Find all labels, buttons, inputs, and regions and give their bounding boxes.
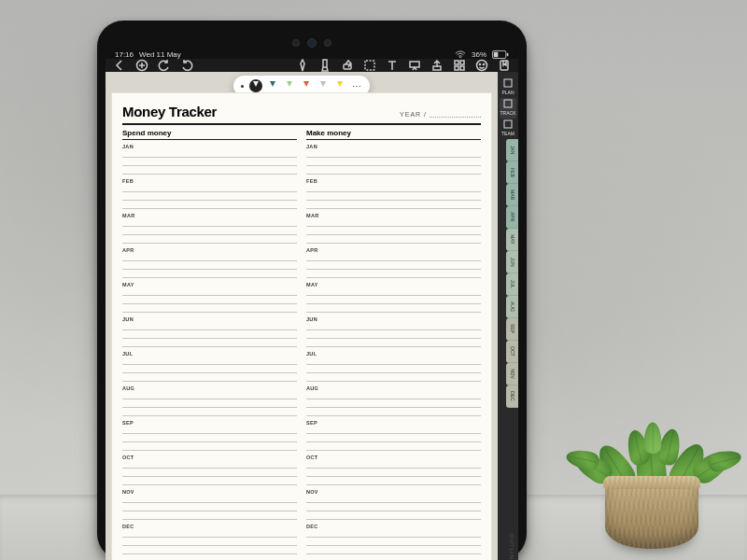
rail-track-button[interactable]: TRACK bbox=[500, 98, 516, 119]
side-tab-apr[interactable]: APR bbox=[506, 206, 518, 229]
ruled-lines[interactable] bbox=[122, 357, 297, 382]
side-tab-jun[interactable]: JUN bbox=[506, 251, 518, 273]
wifi-icon bbox=[455, 50, 466, 59]
pen-color-3[interactable] bbox=[300, 79, 313, 92]
ruled-lines[interactable] bbox=[306, 460, 481, 485]
ios-status-bar: 17:16 Wed 11 May 36% bbox=[106, 50, 518, 59]
ruled-lines[interactable] bbox=[122, 184, 297, 209]
page-canvas-area[interactable]: ⋯ Money Tracker YEAR / Spend moneyJANFEB… bbox=[106, 72, 498, 560]
ruled-lines[interactable] bbox=[306, 287, 481, 313]
presentation-button[interactable] bbox=[408, 59, 421, 72]
month-label: SEP bbox=[306, 416, 481, 426]
month-block-sep[interactable]: SEP bbox=[306, 416, 481, 451]
month-block-jun[interactable]: JUN bbox=[306, 313, 481, 347]
status-time: 17:16 bbox=[115, 50, 134, 59]
pen-color-1[interactable] bbox=[266, 79, 279, 92]
month-block-apr[interactable]: APR bbox=[306, 244, 481, 278]
month-block-oct[interactable]: OCT bbox=[306, 451, 481, 485]
pen-color-4[interactable] bbox=[317, 79, 330, 92]
month-block-jul[interactable]: JUL bbox=[306, 347, 481, 382]
eraser-tool-button[interactable] bbox=[341, 59, 354, 72]
month-block-feb[interactable]: FEB bbox=[122, 175, 297, 209]
month-block-oct[interactable]: OCT bbox=[122, 451, 297, 485]
ruled-lines[interactable] bbox=[306, 322, 481, 347]
rail-team-button[interactable]: TEAM bbox=[500, 119, 516, 139]
month-block-may[interactable]: MAY bbox=[122, 278, 297, 313]
highlighter-tool-button[interactable] bbox=[318, 59, 331, 72]
ruled-lines[interactable] bbox=[306, 357, 481, 382]
month-block-jun[interactable]: JUN bbox=[122, 313, 297, 347]
ruled-lines[interactable] bbox=[306, 391, 481, 416]
brand-label: OUTLINE bbox=[509, 534, 514, 560]
ruled-lines[interactable] bbox=[122, 149, 297, 175]
ruled-lines[interactable] bbox=[306, 253, 481, 278]
month-label: SEP bbox=[122, 416, 297, 426]
side-tab-dec[interactable]: DEC bbox=[506, 385, 518, 408]
ruled-lines[interactable] bbox=[122, 287, 297, 313]
month-block-jul[interactable]: JUL bbox=[122, 347, 297, 382]
ruled-lines[interactable] bbox=[122, 495, 297, 520]
month-label: DEC bbox=[306, 520, 481, 529]
brush-size-icon[interactable] bbox=[241, 85, 244, 88]
rail-plan-button[interactable]: PLAN bbox=[500, 77, 516, 98]
ruled-lines[interactable] bbox=[306, 184, 481, 209]
share-button[interactable] bbox=[430, 59, 444, 72]
side-tab-oct[interactable]: OCT bbox=[506, 341, 518, 363]
ruled-lines[interactable] bbox=[306, 529, 481, 554]
back-button[interactable] bbox=[113, 59, 126, 72]
month-block-feb[interactable]: FEB bbox=[306, 175, 481, 209]
pen-tool-button[interactable] bbox=[296, 59, 309, 72]
lasso-tool-button[interactable] bbox=[363, 59, 376, 72]
pen-color-5[interactable] bbox=[333, 79, 346, 92]
ruled-lines[interactable] bbox=[306, 149, 481, 175]
month-label: NOV bbox=[306, 485, 481, 495]
month-block-nov[interactable]: NOV bbox=[306, 485, 481, 520]
ruled-lines[interactable] bbox=[306, 495, 481, 520]
ruled-lines[interactable] bbox=[122, 218, 297, 244]
emoji-button[interactable] bbox=[475, 59, 488, 72]
month-block-jan[interactable]: JAN bbox=[306, 140, 481, 175]
month-side-tabs: JANFEBMARAPRMAYJUNJULAUGSEPOCTNOVDEC bbox=[506, 139, 518, 408]
month-label: MAY bbox=[306, 278, 481, 287]
month-block-sep[interactable]: SEP bbox=[122, 416, 297, 451]
year-field[interactable]: YEAR / bbox=[400, 111, 481, 118]
ruled-lines[interactable] bbox=[122, 322, 297, 347]
month-block-may[interactable]: MAY bbox=[306, 278, 481, 313]
month-block-dec[interactable]: DEC bbox=[306, 520, 481, 554]
add-button[interactable] bbox=[135, 59, 148, 72]
redo-button[interactable] bbox=[180, 59, 193, 72]
side-tab-sep[interactable]: SEP bbox=[506, 318, 518, 341]
side-tab-jan[interactable]: JAN bbox=[506, 139, 518, 161]
ruled-lines[interactable] bbox=[122, 426, 297, 451]
month-block-nov[interactable]: NOV bbox=[122, 485, 297, 520]
pen-color-0[interactable] bbox=[249, 79, 262, 92]
side-tab-nov[interactable]: NOV bbox=[506, 363, 518, 385]
pen-color-2[interactable] bbox=[283, 79, 296, 92]
month-block-mar[interactable]: MAR bbox=[306, 209, 481, 244]
undo-button[interactable] bbox=[158, 59, 171, 72]
app-right-rail: PLANTRACKTEAM JANFEBMARAPRMAYJUNJULAUGSE… bbox=[498, 72, 518, 560]
ruled-lines[interactable] bbox=[122, 253, 297, 278]
side-tab-jul[interactable]: JUL bbox=[506, 273, 518, 296]
ruled-lines[interactable] bbox=[122, 460, 297, 485]
side-tab-feb[interactable]: FEB bbox=[506, 161, 518, 184]
bookmark-button[interactable] bbox=[498, 59, 511, 72]
month-block-aug[interactable]: AUG bbox=[122, 382, 297, 416]
month-block-dec[interactable]: DEC bbox=[122, 520, 297, 554]
side-tab-aug[interactable]: AUG bbox=[506, 296, 518, 318]
ruled-lines[interactable] bbox=[306, 426, 481, 451]
ruled-lines[interactable] bbox=[306, 218, 481, 244]
month-label: FEB bbox=[306, 175, 481, 184]
more-pens-button[interactable]: ⋯ bbox=[352, 81, 362, 91]
ruled-lines[interactable] bbox=[122, 391, 297, 416]
month-block-mar[interactable]: MAR bbox=[122, 209, 297, 244]
side-tab-may[interactable]: MAY bbox=[506, 229, 518, 251]
text-tool-button[interactable] bbox=[386, 59, 399, 72]
tablet-camera-notch bbox=[285, 37, 339, 49]
month-block-aug[interactable]: AUG bbox=[306, 382, 481, 416]
month-block-apr[interactable]: APR bbox=[122, 244, 297, 278]
side-tab-mar[interactable]: MAR bbox=[506, 184, 518, 206]
grid-button[interactable] bbox=[453, 59, 466, 72]
month-block-jan[interactable]: JAN bbox=[122, 140, 297, 175]
ruled-lines[interactable] bbox=[122, 529, 297, 554]
